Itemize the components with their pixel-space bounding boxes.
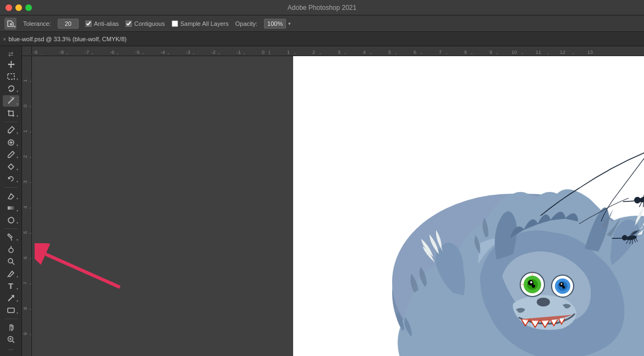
svg-line-15: [12, 262, 14, 265]
illustration-svg: [293, 56, 644, 356]
history-brush-tool[interactable]: ▾: [3, 173, 19, 184]
contiguous-label: Contiguous: [134, 20, 165, 27]
svg-text:8: 8: [464, 50, 467, 54]
svg-text:5: 5: [23, 231, 28, 234]
svg-point-6: [11, 99, 13, 101]
svg-point-109: [561, 283, 563, 285]
move-tool[interactable]: [3, 59, 19, 70]
toolbar-more-top[interactable]: ⇄: [8, 51, 13, 58]
healing-brush-tool[interactable]: ▾: [3, 137, 19, 148]
opacity-wrapper: ▾: [264, 19, 291, 29]
svg-text:-7: -7: [85, 50, 89, 54]
tolerance-label: Tolerance:: [23, 20, 51, 27]
svg-text:1: 1: [23, 79, 28, 82]
tolerance-input[interactable]: [58, 19, 79, 29]
opacity-dropdown-arrow[interactable]: ▾: [288, 21, 291, 26]
brush-tool[interactable]: ▾: [3, 149, 19, 160]
marquee-tool[interactable]: ▾: [3, 71, 19, 82]
svg-text:-1: -1: [236, 50, 241, 54]
svg-point-108: [563, 286, 565, 289]
traffic-lights: [5, 4, 32, 11]
svg-line-4: [10, 97, 13, 98]
svg-text:-2: -2: [211, 50, 216, 54]
svg-text:13: 13: [587, 50, 593, 54]
tab-bar: × blue-wolf.psd @ 33.3% (blue-wolf, CMYK…: [0, 32, 644, 46]
tool-preset-picker[interactable]: [4, 18, 16, 30]
anti-alias-checkbox[interactable]: [85, 20, 92, 27]
maximize-button[interactable]: [25, 4, 32, 11]
lasso-tool[interactable]: ▾: [3, 83, 19, 94]
svg-text:9: 9: [23, 332, 28, 335]
magic-wand-tool[interactable]: ▾: [3, 95, 19, 106]
sample-layers-checkbox[interactable]: [172, 20, 178, 27]
svg-text:9: 9: [489, 50, 492, 54]
vertical-ruler: 1 0 1 2 3 4 5 6: [22, 56, 32, 356]
svg-line-19: [12, 341, 14, 343]
svg-text:4: 4: [23, 206, 28, 209]
crop-tool[interactable]: ▾: [3, 108, 19, 119]
svg-text:6: 6: [414, 50, 416, 54]
gradient-tool[interactable]: ▾: [3, 202, 19, 213]
toolbar: ⇄ ▾ ▾ ▾ ▾: [0, 46, 22, 356]
clone-stamp-tool[interactable]: ▾: [3, 161, 19, 172]
toolbar-separator-4: [4, 319, 18, 319]
pen-tool[interactable]: ▾: [3, 268, 19, 279]
path-selection-tool[interactable]: ▾: [3, 293, 19, 304]
color-dropper-tool[interactable]: [3, 244, 19, 255]
svg-rect-17: [8, 308, 14, 313]
arrow-annotation: [35, 243, 123, 293]
tab-close-button[interactable]: ×: [3, 36, 6, 42]
toolbar-separator-2: [4, 187, 18, 188]
svg-text:2: 2: [23, 155, 28, 158]
toolbar-bottom-more[interactable]: ···: [8, 346, 13, 356]
canvas-content[interactable]: [32, 56, 644, 356]
svg-text:4: 4: [363, 50, 366, 54]
type-tool[interactable]: T ▾: [3, 281, 19, 292]
svg-text:-4: -4: [161, 50, 165, 54]
eraser-tool[interactable]: ▾: [3, 190, 19, 201]
svg-text:7: 7: [23, 282, 28, 284]
anti-alias-label: Anti-alias: [94, 20, 119, 27]
eyedropper-tool[interactable]: ▾: [3, 124, 19, 135]
paint-bucket-tool[interactable]: ▾: [3, 232, 19, 243]
title-bar: Adobe Photoshop 2021: [0, 0, 644, 15]
svg-text:12: 12: [560, 50, 565, 54]
svg-text:3: 3: [23, 180, 28, 183]
close-button[interactable]: [5, 4, 12, 11]
svg-point-103: [530, 281, 532, 283]
toolbar-separator-1: [4, 122, 18, 122]
svg-text:1: 1: [23, 130, 28, 133]
svg-text:10: 10: [511, 50, 517, 54]
main-layout: ⇄ ▾ ▾ ▾ ▾: [0, 46, 644, 356]
opacity-label: Opacity:: [235, 20, 257, 27]
svg-text:5: 5: [388, 50, 391, 54]
blur-tool[interactable]: ▾: [3, 215, 19, 226]
search-tool[interactable]: [3, 256, 19, 267]
canvas-viewport: 1 0 1 2 3 4 5 6: [22, 56, 644, 356]
svg-text:8: 8: [23, 307, 28, 310]
tab-label: blue-wolf.psd @ 33.3% (blue-wolf, CMYK/8…: [8, 36, 126, 42]
shape-tool[interactable]: ▾: [3, 305, 19, 316]
opacity-input[interactable]: [264, 19, 286, 29]
document-canvas: [293, 56, 644, 356]
minimize-button[interactable]: [15, 4, 22, 11]
svg-text:1: 1: [287, 50, 290, 54]
contiguous-checkbox[interactable]: [125, 20, 132, 27]
contiguous-wrapper: Contiguous: [125, 20, 165, 27]
svg-line-140: [46, 254, 120, 287]
svg-text:11: 11: [536, 50, 541, 54]
svg-text:0: 0: [23, 105, 28, 107]
svg-line-16: [7, 276, 8, 277]
hand-tool[interactable]: [3, 322, 19, 333]
svg-rect-1: [8, 74, 14, 79]
svg-point-102: [532, 284, 535, 288]
app-title: Adobe Photoshop 2021: [288, 4, 356, 12]
horizontal-ruler: -9 -8 -7 -6 -5 -4 -3 -2 -1 0 1 2 3 4: [22, 46, 644, 56]
v-ruler-svg: 1 0 1 2 3 4 5 6: [22, 56, 32, 356]
canvas-area: -9 -8 -7 -6 -5 -4 -3 -2 -1 0 1 2 3 4: [22, 46, 644, 356]
svg-point-12: [9, 248, 13, 253]
svg-text:-9: -9: [33, 50, 37, 54]
zoom-tool[interactable]: [3, 334, 19, 345]
toolbar-separator-3: [4, 228, 18, 229]
svg-point-14: [8, 259, 13, 263]
